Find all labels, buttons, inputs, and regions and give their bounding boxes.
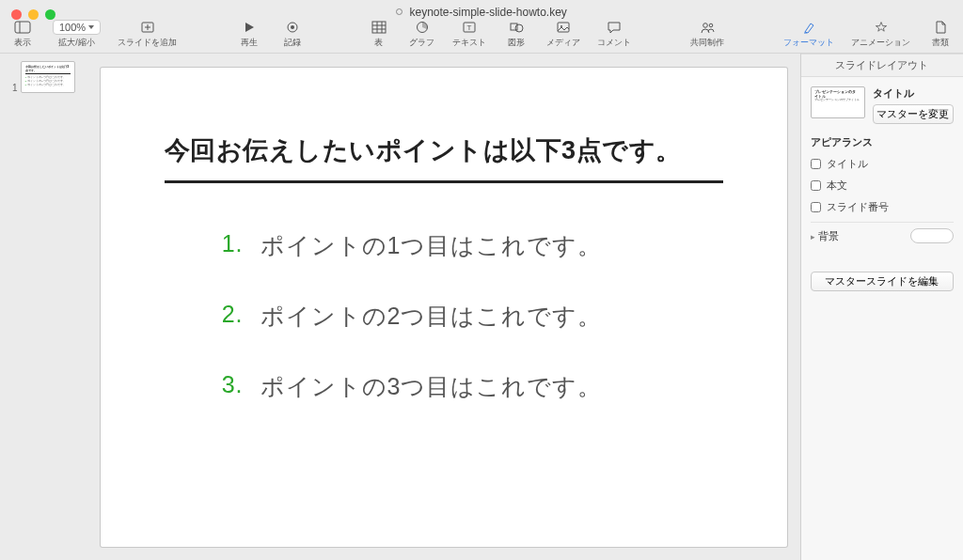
collaborate-icon — [699, 20, 716, 35]
svg-point-21 — [709, 23, 713, 27]
animate-icon — [873, 20, 890, 35]
thumbnail-index: 1 — [12, 83, 18, 93]
comment-label: コメント — [597, 37, 631, 49]
list-item[interactable]: 2. ポイントの2つ目はこれです。 — [217, 301, 723, 332]
list-item[interactable]: 1. ポイントの1つ目はこれです。 — [217, 230, 723, 261]
document-filename: keynote-simple-slide-howto.key — [409, 6, 566, 19]
record-icon — [284, 20, 301, 35]
media-icon — [555, 20, 572, 35]
text-button[interactable]: T テキスト — [452, 20, 486, 49]
chart-button[interactable]: グラフ — [409, 20, 435, 49]
document-tab-button[interactable]: 書類 — [927, 20, 954, 49]
inspector-section-title: スライドレイアウト — [801, 54, 963, 77]
shape-button[interactable]: 図形 — [503, 20, 529, 49]
background-color-swatch[interactable] — [910, 228, 954, 243]
zoom-value-control[interactable]: 100% — [53, 20, 101, 35]
comment-icon — [606, 20, 623, 35]
inspector-panel: スライドレイアウト プレゼンテーションのタ イトル プレゼンテーションのサブタイ… — [800, 54, 963, 560]
appearance-heading: アピアランス — [811, 135, 954, 149]
play-label: 再生 — [241, 37, 258, 49]
disclosure-triangle-icon[interactable]: ▸ — [811, 232, 815, 241]
add-slide-button[interactable]: スライドを追加 — [118, 20, 177, 49]
list-text: ポイントの3つ目はこれです。 — [260, 371, 603, 402]
text-icon: T — [461, 20, 478, 35]
main-toolbar: 表示 100% 拡大/縮小 スライドを追加 再生 記録 表 グラフ — [0, 21, 963, 53]
svg-point-20 — [703, 23, 707, 28]
shape-icon — [508, 20, 525, 35]
svg-text:T: T — [466, 23, 471, 32]
svg-marker-23 — [876, 23, 886, 32]
list-text: ポイントの2つ目はこれです。 — [260, 301, 603, 332]
checkbox-title-row[interactable]: タイトル — [811, 157, 954, 171]
table-icon — [371, 20, 387, 35]
document-label: 書類 — [932, 37, 949, 49]
view-label: 表示 — [14, 37, 31, 49]
svg-point-7 — [291, 25, 294, 29]
list-number: 1. — [217, 230, 244, 261]
list-number: 3. — [217, 371, 244, 402]
chevron-down-icon — [88, 25, 94, 29]
zoom-label: 拡大/縮小 — [58, 37, 95, 49]
collaborate-button[interactable]: 共同制作 — [690, 20, 724, 49]
slide-body-list[interactable]: 1. ポイントの1つ目はこれです。 2. ポイントの2つ目はこれです。 3. ポ… — [165, 230, 723, 402]
record-label: 記録 — [284, 37, 301, 49]
checkbox-body-label: 本文 — [827, 179, 847, 193]
svg-rect-0 — [15, 22, 30, 33]
checkbox-body-row[interactable]: 本文 — [811, 179, 954, 193]
background-row[interactable]: ▸ 背景 — [811, 222, 954, 243]
thumbnail-item[interactable]: 1 今回お伝えしたいポイントは以下3点です。 1. ポイントの1つ目はこれです。… — [12, 61, 75, 93]
text-label: テキスト — [452, 37, 486, 49]
svg-rect-16 — [511, 23, 517, 30]
zoom-value: 100% — [59, 22, 86, 33]
edit-master-button[interactable]: マスタースライドを編集 — [811, 272, 954, 291]
collaborate-label: 共同制作 — [690, 37, 724, 49]
format-label: フォーマット — [783, 37, 834, 49]
comment-button[interactable]: コメント — [597, 20, 631, 49]
svg-point-17 — [515, 24, 523, 32]
play-icon — [241, 20, 258, 35]
chart-label: グラフ — [409, 37, 434, 49]
checkbox-slidenum-row[interactable]: スライド番号 — [811, 200, 954, 214]
slide-canvas[interactable]: 今回お伝えしたいポイントは以下3点です。 1. ポイントの1つ目はこれです。 2… — [87, 54, 800, 560]
window-titlebar: keynote-simple-slide-howto.key — [0, 6, 963, 19]
add-slide-label: スライドを追加 — [118, 37, 177, 49]
title-underline — [165, 180, 723, 183]
slide-title[interactable]: 今回お伝えしたいポイントは以下3点です。 — [165, 133, 723, 167]
table-label: 表 — [374, 37, 383, 49]
document-icon — [932, 20, 949, 35]
play-button[interactable]: 再生 — [236, 20, 262, 49]
chart-icon — [414, 20, 431, 35]
zoom-button[interactable]: 100% 拡大/縮小 — [53, 20, 101, 49]
checkbox-slidenum[interactable] — [811, 202, 821, 212]
plus-icon — [139, 20, 156, 35]
shape-label: 図形 — [508, 37, 525, 49]
checkbox-title-label: タイトル — [827, 157, 868, 171]
thumbnail-preview[interactable]: 今回お伝えしたいポイントは以下3点です。 1. ポイントの1つ目はこれです。 2… — [21, 61, 75, 93]
slide[interactable]: 今回お伝えしたいポイントは以下3点です。 1. ポイントの1つ目はこれです。 2… — [101, 68, 787, 547]
background-label: 背景 — [818, 230, 839, 241]
layout-title-label: タイトル — [873, 86, 954, 101]
media-button[interactable]: メディア — [546, 20, 580, 49]
master-thumbnail[interactable]: プレゼンテーションのタ イトル プレゼンテーションのサブタイトル — [811, 86, 865, 118]
view-icon — [14, 20, 31, 35]
edited-indicator-icon — [396, 8, 403, 15]
list-number: 2. — [217, 301, 244, 332]
view-button[interactable]: 表示 — [9, 20, 36, 49]
checkbox-body[interactable] — [811, 180, 821, 191]
media-label: メディア — [546, 37, 580, 49]
list-text: ポイントの1つ目はこれです。 — [260, 230, 603, 261]
list-item[interactable]: 3. ポイントの3つ目はこれです。 — [217, 371, 723, 402]
slide-navigator[interactable]: 1 今回お伝えしたいポイントは以下3点です。 1. ポイントの1つ目はこれです。… — [0, 54, 87, 560]
format-icon — [800, 20, 817, 35]
animate-label: アニメーション — [851, 37, 910, 49]
animate-tab-button[interactable]: アニメーション — [851, 20, 910, 49]
svg-rect-8 — [372, 22, 386, 33]
change-master-button[interactable]: マスターを変更 — [873, 104, 954, 124]
svg-marker-5 — [245, 23, 254, 32]
record-button[interactable]: 記録 — [279, 20, 306, 49]
table-button[interactable]: 表 — [366, 20, 392, 49]
checkbox-slidenum-label: スライド番号 — [827, 200, 889, 214]
format-tab-button[interactable]: フォーマット — [783, 20, 834, 49]
checkbox-title[interactable] — [811, 159, 821, 169]
